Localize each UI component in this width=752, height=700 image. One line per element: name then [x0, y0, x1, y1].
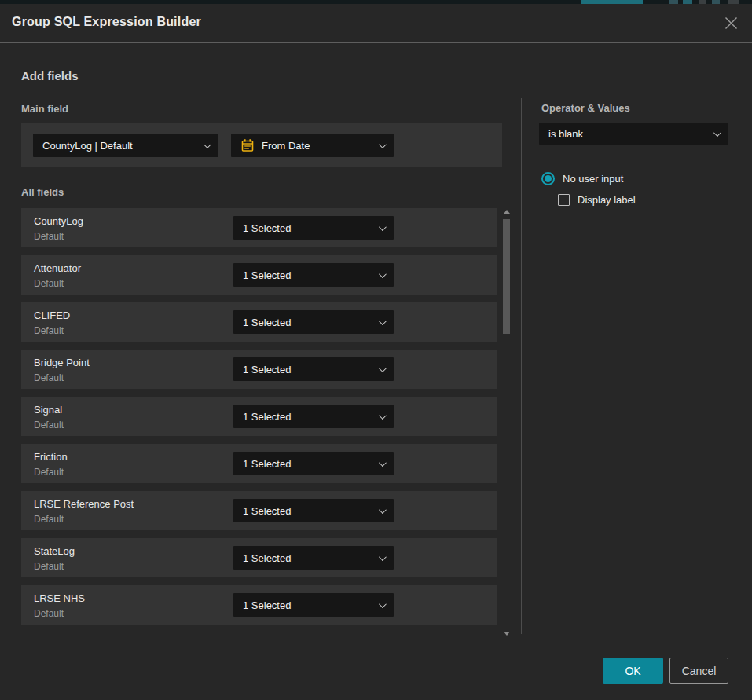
field-selected-dropdown-value: 1 Selected [243, 364, 372, 376]
field-selected-dropdown-value: 1 Selected [243, 222, 372, 234]
field-row: CountyLog Default 1 Selected [21, 208, 497, 247]
field-name: Friction [34, 451, 68, 463]
all-fields-scrollbar[interactable] [501, 205, 512, 637]
field-row: Friction Default 1 Selected [21, 444, 497, 483]
close-button[interactable] [722, 14, 739, 31]
scrollbar-thumb[interactable] [503, 219, 510, 334]
ok-button[interactable]: OK [603, 658, 663, 684]
field-selected-dropdown-value: 1 Selected [243, 317, 372, 328]
field-selected-dropdown[interactable]: 1 Selected [233, 263, 394, 287]
display-label-checkbox[interactable]: Display label [558, 194, 636, 206]
radio-selected-icon [541, 172, 555, 185]
main-field-dropdown-value: From Date [262, 140, 372, 152]
field-name: StateLog [34, 545, 75, 557]
panel-divider [521, 98, 522, 634]
field-sublabel: Default [34, 278, 64, 289]
field-selected-dropdown-value: 1 Selected [243, 599, 372, 611]
checkbox-unchecked-icon [558, 194, 570, 206]
field-name: CountyLog [34, 215, 83, 227]
field-sublabel: Default [34, 467, 64, 478]
operator-values-heading: Operator & Values [541, 102, 630, 114]
all-fields-list: CountyLog Default 1 Selected Attenuator … [21, 208, 497, 632]
field-row: StateLog Default 1 Selected [21, 538, 497, 577]
chevron-down-icon [379, 600, 387, 608]
main-field-label: Main field [21, 103, 68, 115]
display-label-text: Display label [578, 194, 636, 206]
field-row: LRSE NHS Default 1 Selected [21, 585, 497, 625]
chevron-down-icon [379, 365, 387, 372]
chevron-down-icon [379, 317, 387, 325]
dialog-titlebar: Group SQL Expression Builder [0, 4, 752, 43]
no-user-input-radio[interactable]: No user input [541, 172, 623, 185]
field-selected-dropdown[interactable]: 1 Selected [233, 452, 394, 475]
field-sublabel: Default [34, 514, 64, 525]
field-selected-dropdown[interactable]: 1 Selected [233, 499, 394, 522]
operator-dropdown[interactable]: is blank [539, 123, 728, 145]
operator-dropdown-value: is blank [548, 128, 707, 140]
chevron-down-icon [379, 553, 387, 561]
field-name: Bridge Point [34, 357, 90, 368]
screen: Group SQL Expression Builder Add fields … [0, 0, 752, 700]
group-sql-expression-builder-dialog: Group SQL Expression Builder Add fields … [0, 4, 752, 700]
field-sublabel: Default [34, 561, 64, 572]
field-row: Attenuator Default 1 Selected [21, 255, 497, 295]
field-row: LRSE Reference Post Default 1 Selected [21, 491, 497, 530]
field-selected-dropdown-value: 1 Selected [243, 411, 372, 423]
field-sublabel: Default [34, 372, 64, 383]
chevron-down-icon [379, 412, 387, 420]
chevron-down-icon [713, 129, 721, 137]
field-selected-dropdown[interactable]: 1 Selected [233, 357, 394, 381]
field-sublabel: Default [34, 420, 64, 431]
field-selected-dropdown[interactable]: 1 Selected [233, 593, 394, 617]
close-icon [724, 16, 738, 30]
field-selected-dropdown-value: 1 Selected [243, 505, 372, 517]
field-row: Signal Default 1 Selected [21, 397, 497, 436]
field-selected-dropdown[interactable]: 1 Selected [233, 310, 394, 334]
field-selected-dropdown-value: 1 Selected [243, 269, 372, 281]
field-name: Attenuator [34, 262, 81, 274]
field-selected-dropdown[interactable]: 1 Selected [233, 405, 394, 428]
field-row: Bridge Point Default 1 Selected [21, 350, 497, 389]
chevron-down-icon [379, 141, 387, 148]
field-name: LRSE NHS [34, 592, 85, 604]
field-selected-dropdown-value: 1 Selected [243, 458, 372, 470]
chevron-down-icon [379, 459, 387, 467]
calendar-date-icon [240, 138, 255, 152]
field-selected-dropdown[interactable]: 1 Selected [233, 546, 394, 570]
chevron-down-icon [379, 506, 387, 514]
scroll-down-arrow-icon[interactable] [504, 632, 510, 636]
field-selected-dropdown-value: 1 Selected [243, 552, 372, 564]
field-name: Signal [34, 404, 62, 416]
field-sublabel: Default [34, 325, 64, 336]
field-sublabel: Default [34, 231, 64, 242]
main-layer-dropdown-value: CountyLog | Default [42, 140, 197, 152]
chevron-down-icon [204, 141, 211, 148]
cancel-button[interactable]: Cancel [669, 658, 728, 684]
all-fields-label: All fields [21, 186, 64, 198]
field-sublabel: Default [34, 608, 64, 619]
no-user-input-label: No user input [563, 173, 623, 185]
add-fields-heading: Add fields [21, 69, 79, 82]
dialog-title: Group SQL Expression Builder [12, 15, 201, 29]
chevron-down-icon [379, 223, 387, 231]
field-row: CLIFED Default 1 Selected [21, 302, 497, 342]
field-selected-dropdown[interactable]: 1 Selected [233, 216, 394, 240]
chevron-down-icon [379, 270, 387, 278]
main-field-dropdown[interactable]: From Date [231, 134, 394, 157]
scroll-up-arrow-icon[interactable] [504, 210, 510, 214]
field-name: CLIFED [34, 310, 70, 321]
main-layer-dropdown[interactable]: CountyLog | Default [33, 134, 218, 157]
field-name: LRSE Reference Post [34, 498, 134, 510]
